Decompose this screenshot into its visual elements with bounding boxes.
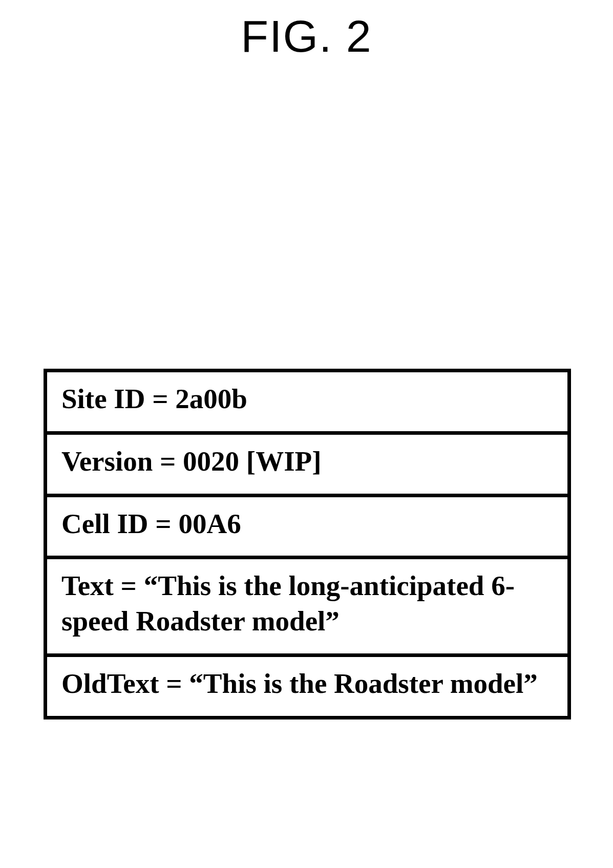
table-row: Site ID = 2a00b: [47, 372, 567, 435]
table-row: Text = “This is the long-anticipated 6-s…: [47, 559, 567, 657]
table-row: Version = 0020 [WIP]: [47, 435, 567, 497]
data-table: Site ID = 2a00b Version = 0020 [WIP] Cel…: [44, 369, 571, 719]
row-text-version: Version = 0020 [WIP]: [61, 444, 553, 479]
row-text-oldtext: OldText = “This is the Roadster model”: [61, 666, 553, 702]
figure-title: FIG. 2: [0, 10, 613, 62]
row-text-text: Text = “This is the long-anticipated 6-s…: [61, 568, 553, 639]
row-text-cell-id: Cell ID = 00A6: [61, 506, 553, 542]
table-row: OldText = “This is the Roadster model”: [47, 657, 567, 716]
table-row: Cell ID = 00A6: [47, 497, 567, 560]
row-text-site-id: Site ID = 2a00b: [61, 382, 553, 417]
